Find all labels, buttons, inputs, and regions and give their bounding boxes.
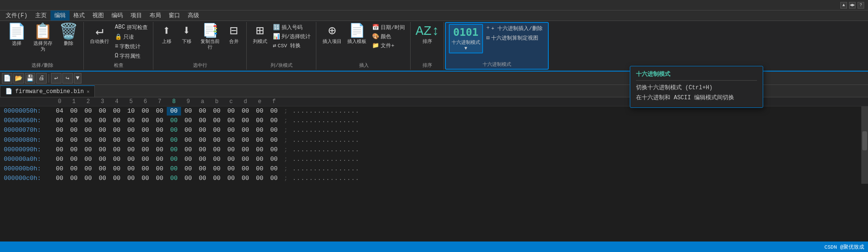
ribbon-hexmode-btn[interactable]: 0101 十六进制模式 ▼ [449,24,483,53]
hex-byte-cell[interactable]: 00 [138,126,152,135]
hex-byte-cell[interactable]: 00 [267,146,281,154]
ribbon-hexinsert-btn[interactable]: + + 十六进制插入/删除 [484,24,545,32]
ribbon-insertitem-btn[interactable]: ⊕ 插入项目 [320,23,344,52]
hex-byte-cell[interactable]: 00 [95,107,110,116]
hex-byte-cell[interactable]: 00 [152,155,167,164]
title-minimize-btn[interactable]: ▲ [840,2,847,9]
hex-byte-cell[interactable]: 00 [252,155,267,164]
hex-byte-cell[interactable]: 00 [267,107,281,116]
hex-byte-cell[interactable]: 00 [210,136,224,145]
hex-byte-cell[interactable]: 00 [210,107,224,116]
hex-byte-cell[interactable]: 00 [167,107,181,116]
hex-byte-cell[interactable]: 00 [81,107,95,116]
hex-byte-cell[interactable]: 00 [81,155,95,164]
ribbon-spellcheck-btn[interactable]: ABC 拼写检查 [112,23,150,32]
hex-byte-cell[interactable]: 00 [110,116,124,125]
hex-byte-cell[interactable]: 00 [110,155,124,164]
ribbon-csvconvert-btn[interactable]: ⇄ CSV 转换 [271,41,313,50]
ribbon-autoformat-btn[interactable]: ↵ 自动换行 [88,23,111,52]
hex-byte-cell[interactable]: 00 [152,136,167,145]
hex-byte-cell[interactable]: 00 [267,174,281,183]
menu-format[interactable]: 格式 [70,10,89,21]
hex-byte-cell[interactable]: 00 [67,116,81,125]
hex-byte-cell[interactable]: 00 [252,107,267,116]
ribbon-charattr-btn[interactable]: Ω 字符属性 [112,52,150,60]
hex-byte-cell[interactable]: 00 [181,116,195,125]
hex-byte-cell[interactable]: 00 [238,116,252,125]
hex-byte-cell[interactable]: 00 [167,136,181,145]
menu-edit[interactable]: 编辑 [50,10,70,21]
tab-close-btn[interactable]: ✕ [87,89,90,94]
hex-byte-cell[interactable]: 00 [52,165,67,173]
hex-byte-cell[interactable]: 00 [224,155,238,164]
hex-byte-cell[interactable]: 00 [138,155,152,164]
hex-byte-cell[interactable]: 00 [138,165,152,173]
hex-byte-cell[interactable]: 00 [67,155,81,164]
hex-byte-cell[interactable]: 00 [110,146,124,154]
hex-byte-cell[interactable]: 00 [124,155,138,164]
hex-byte-cell[interactable]: 00 [195,126,210,135]
hex-byte-cell[interactable]: 00 [252,136,267,145]
hex-byte-cell[interactable]: 00 [195,174,210,183]
ribbon-colmode-btn[interactable]: ⊞ 列模式 [251,23,270,52]
hex-byte-cell[interactable]: 00 [224,174,238,183]
hex-byte-cell[interactable]: 00 [138,136,152,145]
menu-project[interactable]: 项目 [127,10,146,21]
title-restore-btn[interactable]: ◀▶ [849,2,856,9]
hex-byte-cell[interactable]: 00 [152,107,167,116]
hex-byte-cell[interactable]: 00 [181,107,195,116]
ribbon-hexcalc-btn[interactable]: ⊞ 十六进制算制定视图 [484,33,545,42]
hex-byte-cell[interactable]: 00 [167,165,181,173]
hex-byte-cell[interactable]: 00 [167,146,181,154]
hex-byte-cell[interactable]: 00 [67,136,81,145]
menu-file[interactable]: 文件(F) [2,10,31,21]
hex-byte-cell[interactable]: 00 [95,155,110,164]
hex-byte-cell[interactable]: 00 [152,146,167,154]
hex-byte-cell[interactable]: 00 [95,174,110,183]
hex-byte-cell[interactable]: 00 [81,126,95,135]
hex-byte-cell[interactable]: 00 [138,174,152,183]
scrollbar-thumb[interactable] [862,131,867,150]
hex-byte-cell[interactable]: 00 [67,146,81,154]
hex-byte-cell[interactable]: 00 [181,146,195,154]
ribbon-file-btn[interactable]: 📁 文件+ [370,41,407,50]
menu-advanced[interactable]: 高级 [184,10,203,21]
toolbar-redo-btn[interactable]: ↪ [62,73,73,84]
toolbar-new-btn[interactable]: 📄 [2,73,12,84]
hex-byte-cell[interactable]: 00 [124,136,138,145]
hex-byte-cell[interactable]: 00 [210,174,224,183]
hex-byte-cell[interactable]: 00 [181,126,195,135]
hex-byte-cell[interactable]: 00 [210,155,224,164]
hex-byte-cell[interactable]: 00 [238,174,252,183]
hex-byte-cell[interactable]: 00 [138,116,152,125]
title-help-btn[interactable]: ? [858,2,864,9]
ribbon-color-btn[interactable]: 🎨 颜色 [370,32,407,41]
tab-firmware[interactable]: 📄 firmware_combine.bin ✕ [0,85,95,97]
menu-view[interactable]: 视图 [89,10,108,21]
hex-byte-cell[interactable]: 00 [95,146,110,154]
hex-byte-cell[interactable]: 00 [167,126,181,135]
hex-byte-cell[interactable]: 00 [224,136,238,145]
hex-byte-cell[interactable]: 00 [252,165,267,173]
ribbon-movedown-btn[interactable]: ⬇️ 下移 [177,23,196,52]
hex-byte-cell[interactable]: 00 [252,116,267,125]
toolbar-print-btn[interactable]: 🖨 [36,73,47,84]
ribbon-sort-btn[interactable]: AZ↕ 排序 [414,23,441,52]
hex-byte-cell[interactable]: 00 [181,136,195,145]
hex-byte-cell[interactable]: 00 [167,155,181,164]
ribbon-copyline-btn[interactable]: 📑 复制当前行 [197,23,223,52]
ribbon-liststat-btn[interactable]: 📊 列/选择统计 [271,32,313,41]
hex-byte-cell[interactable]: 00 [210,165,224,173]
toolbar-open-btn[interactable]: 📂 [13,73,24,84]
hex-byte-cell[interactable]: 00 [67,126,81,135]
hex-byte-cell[interactable]: 00 [110,136,124,145]
hex-byte-cell[interactable]: 00 [81,146,95,154]
toolbar-more-btn[interactable]: ▼ [74,73,81,84]
hex-byte-cell[interactable]: 00 [95,126,110,135]
hex-byte-cell[interactable]: 00 [195,155,210,164]
hex-byte-cell[interactable]: 00 [138,146,152,154]
hex-byte-cell[interactable]: 00 [224,146,238,154]
ribbon-readonly-btn[interactable]: 🔒 只读 [112,32,150,41]
hex-byte-cell[interactable]: 00 [181,155,195,164]
hex-byte-cell[interactable]: 00 [52,155,67,164]
